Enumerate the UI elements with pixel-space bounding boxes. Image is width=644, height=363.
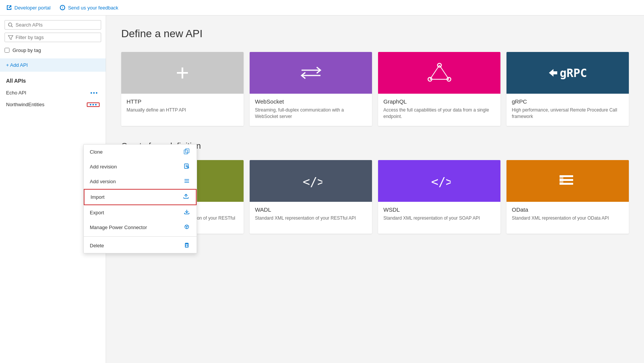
odata-card-desc: Standard XML representation of your ODat… — [512, 215, 624, 222]
odata-card-title: OData — [512, 206, 624, 213]
svg-text:</>: </> — [431, 174, 451, 189]
main-layout: Group by tag + Add API All APIs Echo API… — [0, 16, 644, 363]
page-title: Define a new API — [121, 28, 629, 40]
from-definition-title: Create from definition — [121, 141, 629, 151]
context-menu-add-version[interactable]: Add version — [84, 174, 197, 189]
grpc-card-body: gRPC High performance, universal Remote … — [506, 94, 629, 126]
http-card-title: HTTP — [127, 98, 238, 105]
graphql-card-icon — [378, 52, 500, 94]
svg-rect-23 — [185, 244, 188, 247]
svg-line-32 — [439, 65, 449, 79]
delete-icon — [183, 242, 191, 249]
search-box[interactable] — [5, 20, 101, 30]
api-card-wadl[interactable]: </> WADL Standard XML representation of … — [250, 160, 372, 234]
grpc-arrow-icon — [548, 68, 558, 78]
search-input[interactable] — [16, 22, 98, 28]
developer-portal-icon — [6, 5, 12, 11]
svg-line-1 — [11, 26, 13, 27]
odata-card-body: OData Standard XML representation of you… — [506, 202, 629, 228]
export-icon — [183, 209, 191, 216]
filter-input[interactable] — [16, 35, 98, 40]
filter-icon — [8, 35, 13, 40]
northwind-api-name: NorthwindEntities — [6, 102, 87, 107]
add-version-icon — [183, 178, 191, 185]
all-apis-label: All APIs — [0, 75, 106, 87]
developer-portal-link[interactable]: Developer portal — [6, 5, 50, 11]
power-connector-icon — [183, 224, 191, 231]
add-api-label: + Add API — [6, 62, 28, 68]
grpc-card-icon: gRPC — [506, 52, 629, 94]
context-menu-import[interactable]: Import — [84, 189, 197, 205]
http-card-icon: + — [121, 52, 244, 94]
odata-icon — [556, 171, 579, 190]
graphql-icon — [426, 60, 453, 86]
graphql-card-desc: Access the full capabilities of your dat… — [383, 107, 495, 120]
group-by-tag-label: Group by tag — [13, 47, 41, 53]
websocket-card-body: WebSocket Streaming, full-duplex communi… — [250, 94, 372, 126]
api-card-websocket[interactable]: WebSocket Streaming, full-duplex communi… — [250, 52, 372, 126]
sidebar: Group by tag + Add API All APIs Echo API… — [0, 16, 106, 363]
group-by-tag-checkbox[interactable] — [5, 48, 9, 53]
northwind-dots-icon — [90, 104, 97, 105]
echo-api-more-button[interactable] — [88, 91, 100, 94]
add-api-button[interactable]: + Add API — [0, 58, 106, 72]
svg-marker-34 — [549, 69, 557, 77]
api-card-odata[interactable]: OData Standard XML representation of you… — [506, 160, 629, 234]
wadl-card-title: WADL — [255, 206, 367, 213]
add-revision-icon — [183, 163, 191, 170]
feedback-link[interactable]: Send us your feedback — [59, 5, 118, 11]
search-icon — [8, 22, 13, 28]
api-list-item-northwind[interactable]: NorthwindEntities — [0, 99, 106, 110]
group-by-tag: Group by tag — [0, 45, 106, 55]
wadl-card-desc: Standard XML representation of your REST… — [255, 215, 367, 222]
svg-point-0 — [8, 23, 12, 26]
wadl-icon: </> — [300, 171, 322, 190]
echo-api-name: Echo API — [6, 90, 88, 96]
api-card-wsdl[interactable]: </> WSDL Standard XML representation of … — [378, 160, 500, 234]
filter-box[interactable] — [5, 33, 101, 42]
api-card-http[interactable]: + HTTP Manually define an HTTP API — [121, 52, 244, 126]
grpc-card-desc: High performance, universal Remote Proce… — [512, 107, 624, 120]
wsdl-card-desc: Standard XML representation of your SOAP… — [383, 215, 495, 222]
import-icon — [182, 193, 190, 201]
wadl-card-body: WADL Standard XML representation of your… — [250, 202, 372, 228]
http-card-desc: Manually define an HTTP API — [127, 107, 238, 113]
grpc-card-title: gRPC — [512, 98, 624, 105]
context-menu-add-revision[interactable]: Add revision — [84, 159, 197, 174]
websocket-card-desc: Streaming, full-duplex communication wit… — [255, 107, 367, 120]
graphql-card-title: GraphQL — [383, 98, 495, 105]
api-list-item-echo[interactable]: Echo API — [0, 87, 106, 99]
websocket-arrows-icon — [298, 63, 324, 82]
api-card-graphql[interactable]: GraphQL Access the full capabilities of … — [378, 52, 500, 126]
grpc-text: gRPC — [560, 66, 587, 80]
wsdl-card-body: WSDL Standard XML representation of your… — [378, 202, 500, 228]
clone-icon — [183, 148, 191, 156]
wsdl-icon: </> — [428, 171, 451, 190]
api-types-grid: + HTTP Manually define an HTTP API — [121, 52, 629, 126]
dots-icon — [91, 92, 97, 94]
top-bar: Developer portal Send us your feedback — [0, 0, 644, 16]
feedback-label: Send us your feedback — [68, 5, 118, 11]
context-menu-export[interactable]: Export — [84, 205, 197, 220]
odata-card-icon — [506, 160, 629, 202]
websocket-card-icon — [250, 52, 372, 94]
context-menu-divider — [84, 236, 197, 237]
wsdl-card-icon: </> — [378, 160, 500, 202]
svg-rect-41 — [560, 175, 563, 185]
wsdl-card-title: WSDL — [383, 206, 495, 213]
context-menu-manage-power-connector[interactable]: Manage Power Connector — [84, 220, 197, 235]
svg-line-31 — [430, 65, 439, 79]
svg-text:</>: </> — [303, 174, 322, 189]
feedback-icon — [59, 5, 66, 11]
context-menu-clone[interactable]: Clone — [84, 145, 197, 159]
graphql-card-body: GraphQL Access the full capabilities of … — [378, 94, 500, 126]
definition-types-grid: </> OpenAPI Standard YAML/JSON represent… — [121, 160, 629, 234]
context-menu: Clone Add revision — [83, 144, 197, 253]
api-card-grpc[interactable]: gRPC gRPC High performance, universal Re… — [506, 52, 629, 126]
wadl-card-icon: </> — [250, 160, 372, 202]
websocket-card-title: WebSocket — [255, 98, 367, 105]
svg-point-9 — [187, 166, 189, 168]
northwind-api-more-button[interactable] — [87, 102, 100, 107]
context-menu-delete[interactable]: Delete — [84, 238, 197, 253]
developer-portal-label: Developer portal — [14, 5, 50, 11]
